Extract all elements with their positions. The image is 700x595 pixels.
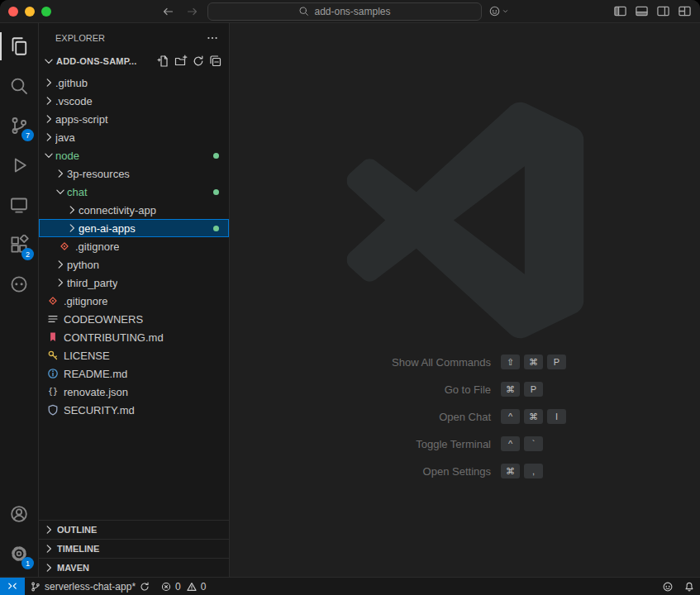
problems-status[interactable]: 0 0 [155, 578, 212, 595]
editor-area: Show All Commands ⇧⌘P Go to File ⌘P Open… [230, 23, 700, 577]
remote-indicator[interactable] [0, 578, 25, 595]
shortcut-keys: ⇧⌘P [501, 355, 625, 369]
git-untracked-dot [213, 189, 219, 195]
chevron-right-icon [54, 167, 67, 180]
tree-item[interactable]: CODEOWNERS [39, 310, 229, 328]
copilot-status-icon[interactable] [657, 578, 679, 595]
refresh-button[interactable] [190, 53, 207, 69]
tree-item[interactable]: java [39, 128, 229, 146]
chevron-right-icon [54, 258, 67, 271]
tree-item[interactable]: CONTRIBUTING.md [39, 328, 229, 346]
tree-item[interactable]: node [39, 146, 229, 164]
explorer-sidebar: EXPLORER ADD-ONS-SAMP... .github [39, 23, 230, 577]
branch-status[interactable]: serverless-chat-app* [25, 578, 155, 595]
branch-name: serverless-chat-app* [45, 581, 136, 593]
activity-item-remote-explorer[interactable] [0, 185, 38, 225]
key-cap: ⌘ [501, 382, 520, 397]
tree-item[interactable]: .gitignore [39, 237, 229, 255]
bookmark-icon [46, 331, 60, 344]
activity-item-explorer[interactable] [0, 26, 38, 66]
panel-timeline[interactable]: TIMELINE [39, 539, 229, 558]
file-tree: .github .vscode apps-script [39, 70, 229, 419]
tree-item[interactable]: gen-ai-apps [39, 219, 229, 237]
chevron-right-icon [42, 131, 55, 144]
toggle-primary-sidebar-button[interactable] [613, 4, 627, 18]
shortcut-row: Open Chat ^⌘I [230, 409, 700, 424]
layout-controls [613, 4, 692, 18]
more-actions-button[interactable] [204, 30, 221, 46]
activity-item-settings[interactable]: 1 [0, 534, 38, 574]
shortcut-keys: ^` [501, 436, 625, 451]
shortcut-row: Open Settings ⌘, [230, 464, 700, 478]
key-cap: ⇧ [501, 355, 520, 369]
collapse-all-button[interactable] [207, 53, 224, 69]
sidebar-title: EXPLORER [55, 33, 105, 43]
status-bar: serverless-chat-app* 0 0 [0, 577, 700, 595]
command-center-search[interactable]: add-ons-samples [207, 2, 482, 21]
warning-icon [186, 581, 198, 593]
tree-item[interactable]: SECURITY.md [39, 401, 229, 419]
tree-item[interactable]: 3p-resources [39, 164, 229, 183]
back-button[interactable] [158, 2, 178, 21]
activity-bar-bottom: 1 [0, 494, 38, 577]
panel-maven[interactable]: MAVEN [39, 558, 229, 577]
chevron-right-icon [65, 203, 79, 217]
tree-item[interactable]: python [39, 255, 229, 274]
close-button[interactable] [8, 7, 18, 17]
braces-icon: {} [46, 385, 60, 398]
customize-layout-button[interactable] [678, 4, 692, 18]
shortcut-keys: ⌘P [501, 382, 625, 397]
activity-item-extensions[interactable]: 2 [0, 225, 38, 264]
panel-outline[interactable]: OUTLINE [39, 520, 229, 539]
tree-item[interactable]: third_party [39, 274, 229, 292]
tree-item[interactable]: {} renovate.json [39, 383, 229, 401]
tree-item[interactable]: README.md [39, 364, 229, 383]
explorer-toolbar [155, 53, 229, 69]
shortcut-label: Show All Commands [305, 356, 491, 369]
toggle-secondary-sidebar-button[interactable] [656, 4, 670, 18]
activity-item-run-debug[interactable] [0, 145, 38, 185]
tree-item[interactable]: connectivity-app [39, 201, 229, 219]
chevron-right-icon [54, 276, 67, 289]
key-cap: P [547, 355, 566, 369]
key-cap: ⌘ [501, 464, 520, 478]
activity-item-accounts[interactable] [0, 494, 38, 534]
copilot-menu-button[interactable] [488, 5, 510, 17]
forward-button[interactable] [183, 2, 202, 21]
activity-item-search[interactable] [0, 66, 38, 106]
section-label: ADD-ONS-SAMP... [56, 56, 137, 66]
explorer-section-header[interactable]: ADD-ONS-SAMP... [39, 52, 229, 70]
key-cap: ⌘ [524, 355, 543, 369]
info-icon [46, 367, 60, 380]
tree-item[interactable]: chat [39, 183, 229, 201]
tree-item[interactable]: .github [39, 74, 229, 92]
activity-item-copilot[interactable] [0, 264, 38, 304]
sync-icon [139, 581, 150, 593]
new-folder-button[interactable] [173, 53, 189, 69]
git-untracked-dot [213, 226, 219, 231]
tree-item[interactable]: .vscode [39, 92, 229, 110]
list-icon [46, 312, 60, 326]
chevron-down-icon [42, 52, 55, 70]
minimize-button[interactable] [25, 7, 35, 17]
shortcut-row: Show All Commands ⇧⌘P [230, 355, 700, 369]
badge: 1 [21, 557, 34, 569]
notifications-bell-icon[interactable] [679, 578, 700, 595]
shortcut-row: Toggle Terminal ^` [230, 436, 700, 451]
activity-bar: 7 2 [0, 23, 39, 577]
tree-item[interactable]: apps-script [39, 110, 229, 128]
zoom-button[interactable] [41, 7, 51, 17]
chevron-right-icon [42, 112, 55, 126]
shortcut-label: Go to File [305, 383, 491, 396]
key-cap: , [524, 464, 543, 478]
git-branch-icon [30, 581, 41, 593]
copilot-icon [488, 5, 501, 17]
shortcut-keys: ^⌘I [501, 409, 625, 424]
new-file-button[interactable] [155, 53, 172, 69]
window-controls [8, 7, 51, 17]
tree-item[interactable]: LICENSE [39, 346, 229, 364]
toggle-panel-button[interactable] [635, 4, 649, 18]
tree-item[interactable]: .gitignore [39, 292, 229, 310]
activity-item-source-control[interactable]: 7 [0, 106, 38, 145]
sidebar-header: EXPLORER [39, 23, 229, 52]
